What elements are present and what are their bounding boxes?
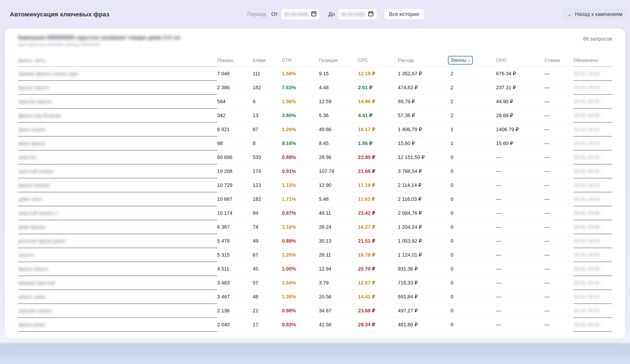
- back-to-campaigns-button[interactable]: ← Назад к кампаниям: [562, 8, 627, 20]
- clicks-cell: 123: [253, 178, 282, 192]
- column-header-updated[interactable]: Обновлено: [574, 54, 612, 66]
- table-row: демо запрос 6 921 87 1.26% 49.66 16.17 ₽…: [18, 122, 612, 136]
- clicks-cell: 67: [253, 248, 282, 262]
- keyword-phrase-masked: фраза запрос: [18, 266, 49, 272]
- from-label: От: [271, 11, 278, 17]
- bid-cell: —: [544, 80, 574, 94]
- updated-cell-masked: 00.00, 00:00: [574, 113, 600, 118]
- keyword-phrase-masked: скрыто: [18, 252, 34, 258]
- bid-cell: —: [544, 136, 574, 150]
- table-header-row: фразы, даты Показы Клики CTR Позиция CPC…: [18, 54, 612, 66]
- table-row: фраза пример 10 729 123 1.15% 12.90 17.1…: [18, 178, 612, 192]
- orders-cell: 0: [450, 206, 496, 220]
- updated-cell-masked: 00.00, 00:00: [574, 322, 600, 327]
- orders-cell: 0: [450, 234, 496, 248]
- position-cell: 107.74: [319, 164, 358, 178]
- shows-cell: 6 921: [217, 122, 253, 136]
- back-button-label: Назад к кампаниям: [575, 11, 622, 17]
- bid-cell: —: [544, 94, 574, 108]
- all-history-button[interactable]: Вся история: [384, 8, 424, 20]
- column-header-shows[interactable]: Показы: [217, 54, 253, 66]
- cpo-cell: 28.68 ₽: [496, 108, 544, 122]
- cpc-cell: 4.41 ₽: [358, 108, 398, 122]
- table-row: демо текст 10 667 182 1.71% 5.48 11.63 ₽…: [18, 192, 612, 206]
- cpo-cell: —: [496, 234, 544, 248]
- cpc-cell: 21.66 ₽: [358, 164, 398, 178]
- clicks-cell: 17: [253, 318, 282, 332]
- shows-cell: 60 686: [217, 150, 253, 164]
- requests-count: 86 запросов: [583, 36, 612, 42]
- clicks-cell: 533: [253, 150, 282, 164]
- bid-cell: —: [544, 262, 574, 276]
- keywords-card: Кампания 000000000 скрытое название това…: [5, 28, 625, 338]
- position-cell: 48.11: [319, 206, 358, 220]
- updated-cell-masked: 00.00, 00:00: [574, 85, 600, 90]
- cpc-cell: 21.51 ₽: [358, 234, 398, 248]
- spend-cell: 716,33 ₽: [398, 276, 450, 290]
- position-cell: 12.90: [319, 178, 358, 192]
- position-cell: 3.79: [319, 276, 358, 290]
- column-header-cpc[interactable]: CPC: [358, 54, 398, 66]
- clicks-cell: 182: [253, 192, 282, 206]
- keyword-phrase-masked: скрытый запрос: [18, 168, 54, 174]
- spend-cell: 1 053,92 ₽: [398, 234, 450, 248]
- calendar-icon[interactable]: [311, 10, 317, 18]
- orders-cell: 0: [450, 318, 496, 332]
- date-to-input[interactable]: 00.00.0000: [338, 9, 377, 20]
- column-header-cpo[interactable]: CPO: [496, 54, 544, 66]
- clicks-cell: 8: [253, 136, 282, 150]
- ctr-cell: 8.16%: [282, 136, 319, 150]
- bid-cell: —: [544, 276, 574, 290]
- position-cell: 28.24: [319, 220, 358, 234]
- column-header-clicks[interactable]: Клики: [253, 54, 282, 66]
- shows-cell: 342: [217, 108, 253, 122]
- spend-cell: 2 084,76 ₽: [398, 206, 450, 220]
- keyword-phrase-masked: скрытая запись: [18, 308, 53, 313]
- clicks-cell: 6: [253, 94, 282, 108]
- bid-cell: —: [544, 318, 574, 332]
- table-row: скрытая 60 686 533 0.88% 28.96 22.80 ₽ 1…: [18, 150, 612, 164]
- position-cell: 9.15: [319, 66, 358, 80]
- updated-cell-masked: 00.00, 00:00: [574, 155, 600, 160]
- bid-cell: —: [544, 220, 574, 234]
- orders-cell: 0: [450, 150, 496, 164]
- bid-cell: —: [544, 150, 574, 164]
- orders-cell: 1: [450, 122, 496, 136]
- calendar-icon[interactable]: [368, 10, 374, 18]
- date-from-input[interactable]: 00.00.0000: [281, 9, 320, 20]
- bid-cell: —: [544, 66, 574, 80]
- table-row: запрос демо 3 467 48 1.38% 20.56 14.41 ₽…: [18, 290, 612, 304]
- clicks-cell: 74: [253, 220, 282, 234]
- period-filter: Период: От 00.00.0000 До 00.00.0000: [247, 8, 424, 20]
- ctr-cell: 1.26%: [282, 122, 319, 136]
- shows-cell: 10 174: [217, 206, 253, 220]
- orders-cell: 0: [450, 178, 496, 192]
- cpo-cell: —: [496, 290, 544, 304]
- orders-cell: 0: [450, 290, 496, 304]
- keyword-phrase-masked: скрытый запрос 2: [18, 210, 58, 216]
- shows-cell: 6 367: [217, 220, 253, 234]
- column-header-spend[interactable]: Расход: [398, 54, 450, 66]
- column-header-orders-sorted[interactable]: Заказы ↓: [450, 54, 496, 66]
- cpc-cell: 23.68 ₽: [358, 304, 398, 318]
- updated-cell-masked: 00.00, 00:00: [574, 224, 600, 230]
- sorted-column-badge[interactable]: Заказы ↓: [448, 56, 473, 64]
- bid-cell: —: [544, 164, 574, 178]
- cpc-cell: 28.34 ₽: [358, 318, 398, 332]
- column-header-phrase[interactable]: фразы, даты: [18, 54, 217, 66]
- spend-cell: 1 406,79 ₽: [398, 122, 450, 136]
- column-header-ctr[interactable]: CTR: [282, 54, 319, 66]
- ctr-cell: 1.26%: [282, 248, 319, 262]
- cpc-cell: 16.27 ₽: [358, 220, 398, 234]
- column-header-bid[interactable]: Ставка: [544, 54, 574, 66]
- table-row: скрыто 5 315 67 1.26% 26.11 16.78 ₽ 1 12…: [18, 248, 612, 262]
- cpc-cell: 23.42 ₽: [358, 206, 398, 220]
- table-row: фраза скрыта 2 386 182 7.63% 4.48 2.61 ₽…: [18, 80, 612, 94]
- column-header-position[interactable]: Позиция: [319, 54, 358, 66]
- bid-cell: —: [544, 192, 574, 206]
- bid-cell: —: [544, 206, 574, 220]
- keyword-phrase-masked: длинная фраза демо: [18, 238, 65, 244]
- updated-cell-masked: 00.00, 00:00: [574, 71, 600, 76]
- position-cell: 26.11: [319, 248, 358, 262]
- cpc-cell: 17.19 ₽: [358, 178, 398, 192]
